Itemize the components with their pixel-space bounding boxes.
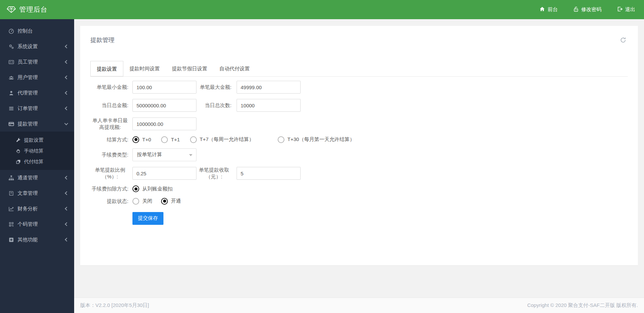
nav-change-password[interactable]: 修改密码 xyxy=(573,6,602,13)
settle-mode-option-t7[interactable]: T+7（每周一允许结算） xyxy=(190,136,254,143)
sidebar-item-label: 员工管理 xyxy=(18,59,38,65)
fee-deduct-option-from-received[interactable]: 从到账金额扣 xyxy=(132,185,173,192)
sidebar-item-payout-settlement[interactable]: 代付结算 xyxy=(0,156,74,167)
fee-type-label: 手续费类型: xyxy=(90,151,131,158)
brand-title: 管理后台 xyxy=(19,5,48,14)
withdraw-status-option-closed[interactable]: 关闭 xyxy=(132,198,152,205)
topbar: 管理后台 前台 修改密码 退出 xyxy=(0,0,644,19)
sidebar-item-label: 控制台 xyxy=(18,28,33,34)
chevron-left-icon xyxy=(65,238,68,241)
submit-save-button[interactable]: 提交保存 xyxy=(132,212,163,225)
radio-unchecked-icon xyxy=(190,136,197,143)
sidebar-item-label: 个码管理 xyxy=(18,221,38,228)
refresh-icon[interactable] xyxy=(620,37,628,43)
list-icon xyxy=(8,106,14,111)
sidebar-item-system-settings[interactable]: 系统设置 xyxy=(0,39,74,54)
topnav: 前台 修改密码 退出 xyxy=(524,6,644,13)
caret-down-icon xyxy=(189,154,192,156)
withdrawals-submenu: 提款设置 手动结算 代付结算 xyxy=(0,132,74,170)
sidebar-item-withdrawals[interactable]: 提款管理 xyxy=(0,116,74,132)
home-icon xyxy=(540,6,548,13)
chevron-left-icon xyxy=(65,44,68,48)
chevron-left-icon xyxy=(65,176,68,179)
book-icon xyxy=(8,190,14,196)
daily-total-count-label: 当日总次数: xyxy=(196,102,234,109)
sidebar-item-console[interactable]: 控制台 xyxy=(0,23,74,39)
tab-withdraw-holiday-settings[interactable]: 提款节假日设置 xyxy=(166,61,213,76)
main-content: 提款管理 提款设置 提款时间设置 提款节假日设置 自动代付设置 单笔最小金额: … xyxy=(74,19,644,313)
chevron-left-icon xyxy=(65,207,68,210)
nav-frontend[interactable]: 前台 xyxy=(540,6,558,13)
settle-mode-radio-group: T+0 T+1 T+7（每周一允许结算） T+30（每月第一天允许结算） xyxy=(132,136,365,143)
sidebar-item-withdraw-settings[interactable]: 提款设置 xyxy=(0,135,74,145)
radio-unchecked-icon xyxy=(278,136,284,143)
sidebar-item-label: 订单管理 xyxy=(18,105,38,112)
per-card-daily-max-label: 单人单卡单日最高提现额: xyxy=(90,117,131,131)
clone-icon xyxy=(16,159,21,164)
sidebar-item-personal-codes[interactable]: 个码管理 xyxy=(0,216,74,232)
sidebar-item-articles[interactable]: 文章管理 xyxy=(0,185,74,201)
logout-icon xyxy=(617,6,625,13)
sidebar-item-orders[interactable]: 订单管理 xyxy=(0,101,74,116)
wrench-icon xyxy=(16,138,21,143)
radio-checked-icon xyxy=(132,136,139,143)
fee-fixed-input[interactable] xyxy=(237,167,301,180)
nav-frontend-label: 前台 xyxy=(548,6,558,13)
sidebar-item-label: 提款管理 xyxy=(18,121,38,127)
fee-percent-label: 单笔提款比例（%）: xyxy=(90,167,131,180)
withdraw-status-option-open[interactable]: 开通 xyxy=(161,198,181,205)
gem-icon xyxy=(7,6,16,13)
sidebar-item-label: 手动结算 xyxy=(24,148,43,154)
sidebar-item-finance[interactable]: 财务分析 xyxy=(0,201,74,216)
card-header: 提款管理 xyxy=(90,26,628,44)
fee-percent-input[interactable] xyxy=(132,167,196,180)
tab-withdraw-settings[interactable]: 提款设置 xyxy=(90,61,123,76)
sidebar-item-staff[interactable]: 员工管理 xyxy=(0,54,74,70)
brand: 管理后台 xyxy=(0,5,101,14)
sidebar-item-users[interactable]: 用户管理 xyxy=(0,70,74,85)
unlock-icon xyxy=(573,6,581,13)
chevron-left-icon xyxy=(65,106,68,110)
nav-logout[interactable]: 退出 xyxy=(617,6,635,13)
max-amount-input[interactable] xyxy=(237,81,301,94)
sidebar-item-other-functions[interactable]: 其他功能 xyxy=(0,232,74,247)
id-card-icon xyxy=(8,59,14,65)
tab-auto-payout-settings[interactable]: 自动代付设置 xyxy=(213,61,256,76)
sidebar-item-label: 用户管理 xyxy=(18,74,38,81)
sidebar-item-manual-settlement[interactable]: 手动结算 xyxy=(0,145,74,156)
footer: 版本：V2.2.0 [2020年5月30日] Copyright © 2020 … xyxy=(74,298,644,313)
daily-total-amount-label: 当日总金额: xyxy=(90,102,131,109)
settle-mode-option-t1[interactable]: T+1 xyxy=(161,136,180,143)
users-icon xyxy=(8,75,14,80)
chevron-left-icon xyxy=(65,91,68,95)
radio-checked-icon xyxy=(161,198,168,205)
settle-mode-option-t0[interactable]: T+0 xyxy=(132,136,151,143)
sidebar-item-channels[interactable]: 通道管理 xyxy=(0,170,74,185)
settle-mode-option-t30[interactable]: T+30（每月第一天允许结算） xyxy=(278,136,355,143)
withdraw-settings-form: 单笔最小金额: 单笔最大金额: 当日总金额: 当日总次数: 单人单卡单日最高提现… xyxy=(90,77,628,225)
daily-total-count-input[interactable] xyxy=(237,99,301,112)
min-amount-input[interactable] xyxy=(132,81,196,94)
credit-card-icon xyxy=(8,121,14,127)
max-amount-label: 单笔最大金额: xyxy=(196,84,234,91)
chevron-left-icon xyxy=(65,75,68,79)
fee-fixed-label: 单笔提款收取（元）: xyxy=(196,167,234,180)
qrcode-icon xyxy=(8,221,14,227)
fee-type-select[interactable]: 按单笔计算 xyxy=(132,148,196,161)
withdraw-status-radio-group: 关闭 开通 xyxy=(132,198,191,205)
sidebar-item-label: 财务分析 xyxy=(18,206,38,212)
tab-withdraw-time-settings[interactable]: 提款时间设置 xyxy=(123,61,166,76)
nav-logout-label: 退出 xyxy=(625,6,635,13)
nav-change-password-label: 修改密码 xyxy=(581,6,602,13)
per-card-daily-max-input[interactable] xyxy=(132,117,196,130)
dashboard-icon xyxy=(8,28,14,34)
daily-total-amount-input[interactable] xyxy=(132,99,196,112)
chevron-left-icon xyxy=(65,222,68,226)
sidebar-item-agents[interactable]: 代理管理 xyxy=(0,85,74,101)
fee-deduct-mode-label: 手续费扣除方式: xyxy=(90,185,131,192)
sitemap-icon xyxy=(8,175,14,181)
sidebar-item-label: 文章管理 xyxy=(18,190,38,197)
user-icon xyxy=(8,90,14,96)
chart-line-icon xyxy=(8,206,14,212)
version-text: 版本：V2.2.0 [2020年5月30日] xyxy=(80,302,149,309)
